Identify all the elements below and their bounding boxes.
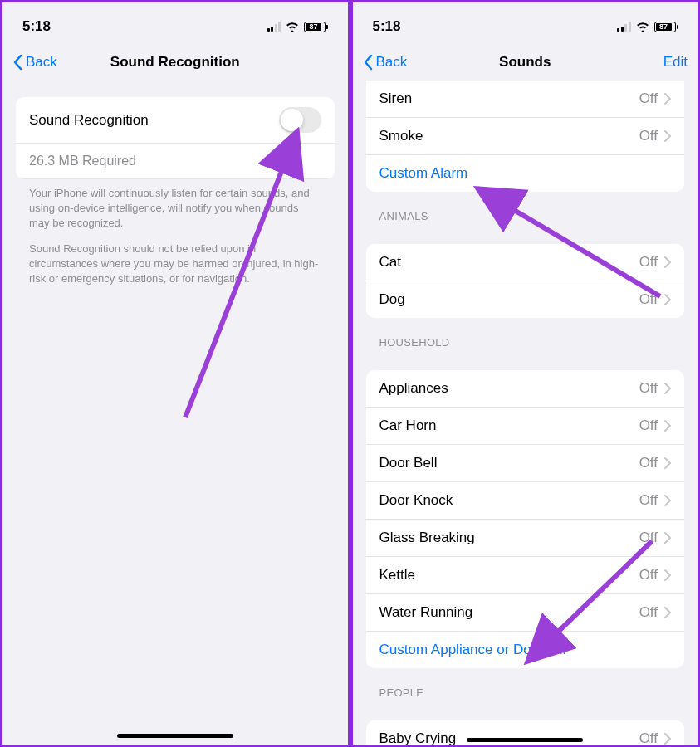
back-button[interactable]: Back (12, 54, 57, 71)
sound-recognition-section: Sound Recognition 26.3 MB Required (16, 97, 335, 179)
item-label: Door Knock (379, 492, 639, 509)
list-item[interactable]: Dog Off (366, 281, 685, 318)
status-time: 5:18 (373, 18, 401, 35)
list-item[interactable]: Appliances Off (366, 370, 685, 408)
chevron-right-icon (664, 495, 671, 506)
chevron-right-icon (664, 130, 671, 142)
signal-icon (617, 22, 631, 32)
item-value: Off (639, 128, 658, 144)
desc-paragraph-1: Your iPhone will continuously listen for… (29, 186, 321, 232)
chevron-right-icon (664, 383, 671, 394)
chevron-right-icon (664, 420, 671, 432)
chevron-right-icon (664, 532, 671, 544)
animals-header: ANIMALS (353, 192, 698, 227)
chevron-right-icon (664, 93, 671, 105)
home-indicator[interactable] (117, 734, 233, 738)
back-button[interactable]: Back (363, 54, 408, 71)
item-value: Off (639, 254, 658, 271)
chevron-left-icon (363, 54, 373, 71)
sounds-list[interactable]: Siren Off Smoke Off Custom Alarm ANIMALS… (353, 81, 698, 747)
back-label: Back (26, 54, 57, 71)
list-item[interactable]: Baby Crying Off (366, 720, 685, 747)
toggle-label: Sound Recognition (29, 112, 279, 129)
item-label: Smoke (379, 128, 639, 144)
item-label: Appliances (379, 380, 639, 397)
list-item[interactable]: Glass Breaking Off (366, 520, 685, 557)
wifi-icon (636, 22, 649, 32)
people-header: PEOPLE (353, 668, 698, 704)
item-label: Siren (379, 90, 639, 107)
item-value: Off (639, 730, 658, 747)
edit-button[interactable]: Edit (663, 54, 688, 71)
list-item[interactable]: Cat Off (366, 244, 685, 281)
right-phone-screen: 5:18 87 Back Sounds Edit Siren Off Smoke (350, 0, 701, 747)
item-value: Off (639, 530, 658, 546)
item-value: Off (639, 417, 658, 434)
household-header: HOUSEHOLD (353, 318, 698, 354)
list-item[interactable]: Smoke Off (366, 118, 685, 155)
battery-icon: 87 (304, 22, 328, 32)
people-section: Baby Crying Off (366, 720, 685, 747)
item-label: Cat (379, 254, 639, 271)
list-item[interactable]: Car Horn Off (366, 408, 685, 445)
chevron-right-icon (664, 733, 671, 745)
desc-paragraph-2: Sound Recognition should not be relied u… (29, 242, 321, 287)
wifi-icon (286, 22, 299, 32)
sound-recognition-toggle[interactable] (279, 107, 321, 133)
chevron-right-icon (664, 457, 671, 469)
list-item[interactable]: Door Knock Off (366, 482, 685, 520)
status-icons: 87 (267, 22, 328, 32)
storage-required: 26.3 MB Required (16, 144, 335, 179)
alarms-section: Siren Off Smoke Off Custom Alarm (366, 81, 685, 192)
home-indicator[interactable] (467, 738, 583, 742)
item-value: Off (639, 492, 658, 509)
item-value: Off (639, 291, 658, 308)
status-icons: 87 (617, 22, 678, 32)
status-bar: 5:18 87 (2, 2, 348, 44)
battery-level: 87 (310, 22, 318, 31)
item-label: Door Bell (379, 455, 639, 471)
back-label: Back (376, 54, 408, 71)
custom-appliance-link[interactable]: Custom Appliance or Doorbell (366, 632, 685, 668)
battery-level: 87 (659, 22, 668, 31)
list-item[interactable]: Siren Off (366, 81, 685, 118)
description-text: Your iPhone will continuously listen for… (2, 179, 348, 286)
nav-header: Back Sound Recognition (2, 44, 348, 81)
item-value: Off (639, 90, 658, 107)
sound-recognition-toggle-row[interactable]: Sound Recognition (16, 97, 335, 144)
chevron-right-icon (664, 294, 671, 305)
item-label: Kettle (379, 567, 639, 583)
animals-section: Cat Off Dog Off (366, 244, 685, 318)
chevron-left-icon (12, 54, 22, 71)
status-bar: 5:18 87 (353, 2, 698, 44)
item-value: Off (639, 455, 658, 471)
item-value: Off (639, 604, 658, 621)
nav-header: Back Sounds Edit (353, 44, 698, 81)
item-value: Off (639, 380, 658, 397)
page-title: Sounds (499, 54, 551, 71)
page-title: Sound Recognition (110, 54, 240, 71)
custom-alarm-link[interactable]: Custom Alarm (366, 155, 685, 192)
list-item[interactable]: Door Bell Off (366, 445, 685, 482)
item-label: Car Horn (379, 417, 639, 434)
household-section: Appliances Off Car Horn Off Door Bell Of… (366, 370, 685, 668)
item-label: Custom Appliance or Doorbell (379, 642, 566, 658)
chevron-right-icon (664, 569, 671, 581)
battery-icon: 87 (654, 22, 678, 32)
item-label: Dog (379, 291, 639, 308)
status-time: 5:18 (22, 18, 51, 35)
item-label: Water Running (379, 604, 639, 621)
list-item[interactable]: Kettle Off (366, 557, 685, 594)
item-label: Custom Alarm (379, 165, 468, 182)
signal-icon (267, 22, 281, 32)
item-label: Glass Breaking (379, 530, 639, 546)
left-phone-screen: 5:18 87 Back Sound Recognition Sound Rec… (0, 0, 350, 747)
chevron-right-icon (664, 256, 671, 268)
item-value: Off (639, 567, 658, 583)
chevron-right-icon (664, 607, 671, 618)
list-item[interactable]: Water Running Off (366, 594, 685, 632)
